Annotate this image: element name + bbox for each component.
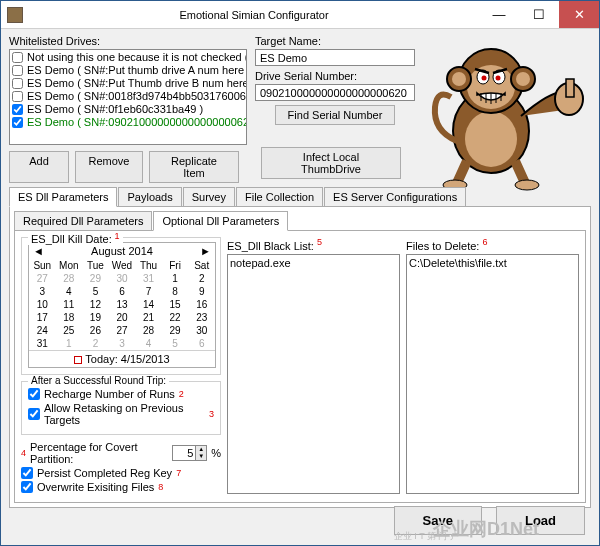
infect-button[interactable]: Infect Local ThumbDrive [261, 147, 401, 179]
maximize-button[interactable]: ☐ [519, 1, 559, 28]
target-name-input[interactable] [255, 49, 415, 66]
tab-survey[interactable]: Survey [183, 187, 235, 206]
replicate-button[interactable]: Replicate Item [149, 151, 239, 183]
add-button[interactable]: Add [9, 151, 69, 183]
cal-next-icon[interactable]: ► [200, 245, 211, 257]
find-serial-button[interactable]: Find Serial Number [275, 105, 395, 125]
tab-payloads[interactable]: Payloads [118, 187, 181, 206]
target-name-label: Target Name: [255, 35, 415, 47]
remove-button[interactable]: Remove [75, 151, 143, 183]
delete-label: Files to Delete: [406, 240, 479, 252]
drive-checkbox[interactable] [12, 91, 23, 102]
save-button[interactable]: Save [394, 506, 482, 535]
app-window: Emotional Simian Configurator — ☐ ✕ Whit… [0, 0, 600, 546]
blacklist-label: ES_Dll Black List: [227, 240, 314, 252]
main-tabs: ES Dll ParametersPayloadsSurveyFile Coll… [9, 187, 591, 207]
spin-up-icon[interactable]: ▲ [196, 446, 206, 453]
cal-month: August 2014 [91, 245, 153, 257]
subtab-required-dll-parameters[interactable]: Required Dll Parameters [14, 211, 152, 230]
tab-file-collection[interactable]: File Collection [236, 187, 323, 206]
persist-checkbox[interactable] [21, 467, 33, 479]
roundtrip-label: After a Successful Round Trip: [28, 375, 169, 386]
drive-checkbox[interactable] [12, 117, 23, 128]
list-item[interactable]: ES Demo ( SN#:090210000000000000000620 ) [11, 116, 245, 129]
overwrite-checkbox[interactable] [21, 481, 33, 493]
tab-es-server-configurations[interactable]: ES Server Configurations [324, 187, 466, 206]
killdate-label: ES_Dll Kill Date: [31, 233, 112, 245]
recharge-checkbox[interactable] [28, 388, 40, 400]
titlebar: Emotional Simian Configurator — ☐ ✕ [1, 1, 599, 29]
load-button[interactable]: Load [496, 506, 585, 535]
retask-checkbox[interactable] [28, 408, 40, 420]
svg-point-7 [516, 72, 530, 86]
calendar[interactable]: ◄ August 2014 ► SunMonTueWedThuFriSat272… [28, 242, 216, 368]
list-item[interactable]: Not using this one because it is not che… [11, 51, 245, 64]
sub-tabs: Required Dll ParametersOptional Dll Para… [14, 211, 586, 231]
list-item[interactable]: ES Demo ( SN#:0018f3d974b4bb503176006d ) [11, 90, 245, 103]
subtab-optional-dll-parameters[interactable]: Optional Dll Parameters [153, 211, 288, 231]
covert-label: Percentage for Covert Partition: [30, 441, 168, 465]
window-title: Emotional Simian Configurator [29, 9, 479, 21]
svg-point-6 [452, 72, 466, 86]
spin-down-icon[interactable]: ▼ [196, 453, 206, 460]
svg-point-1 [465, 111, 517, 167]
monkey-image [421, 31, 591, 191]
list-item[interactable]: ES Demo ( SN#:0f1eb60c331ba49 ) [11, 103, 245, 116]
svg-point-11 [496, 76, 501, 81]
list-item[interactable]: ES Demo ( SN#:Put thumb drive A num here… [11, 64, 245, 77]
serial-input[interactable] [255, 84, 415, 101]
tab-es-dll-parameters[interactable]: ES Dll Parameters [9, 187, 117, 207]
svg-point-10 [482, 76, 487, 81]
cal-today[interactable]: Today: 4/15/2013 [85, 353, 169, 365]
close-button[interactable]: ✕ [559, 1, 599, 28]
cal-prev-icon[interactable]: ◄ [33, 245, 44, 257]
delete-box[interactable]: C:\Delete\this\file.txt [406, 254, 579, 494]
whitelisted-list[interactable]: Not using this one because it is not che… [9, 49, 247, 145]
drive-checkbox[interactable] [12, 52, 23, 63]
covert-input[interactable] [172, 445, 196, 461]
drive-checkbox[interactable] [12, 78, 23, 89]
drive-checkbox[interactable] [12, 65, 23, 76]
app-icon [7, 7, 23, 23]
list-item[interactable]: ES Demo ( SN#:Put Thumb drive B num here… [11, 77, 245, 90]
drive-checkbox[interactable] [12, 104, 23, 115]
svg-rect-13 [566, 79, 574, 97]
blacklist-box[interactable]: notepad.exe [227, 254, 400, 494]
serial-label: Drive Serial Number: [255, 70, 415, 82]
whitelisted-label: Whitelisted Drives: [9, 35, 247, 47]
minimize-button[interactable]: — [479, 1, 519, 28]
